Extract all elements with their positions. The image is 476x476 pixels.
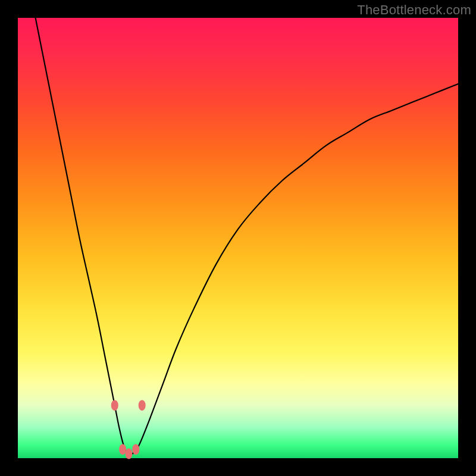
curve-marker <box>119 444 126 455</box>
curve-marker <box>139 400 146 411</box>
attribution-text: TheBottleneck.com <box>357 2 471 18</box>
bottleneck-curve <box>36 18 458 455</box>
plot-area <box>18 18 458 458</box>
curve-marker <box>132 444 139 455</box>
curve-marker <box>125 449 132 459</box>
chart-frame: TheBottleneck.com <box>0 0 476 476</box>
curve-layer <box>18 18 458 458</box>
curve-markers <box>111 400 146 459</box>
curve-marker <box>111 400 118 411</box>
